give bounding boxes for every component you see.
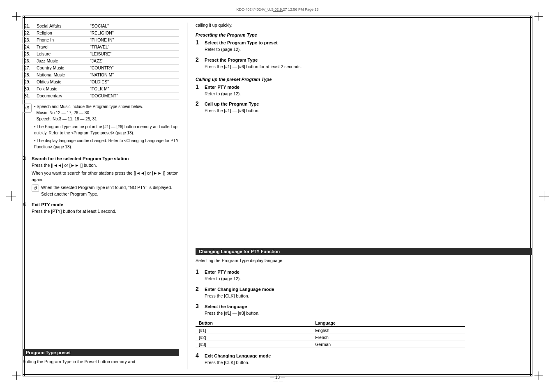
changing-language-intro: Selecting the Program Type display langu… [196, 258, 532, 264]
program-type-table: 21. Social Affairs "SOCIAL"22. Religion … [23, 23, 179, 99]
step-header: 2 Preset the Program Type [196, 56, 532, 63]
bottom-rule2 [23, 374, 532, 375]
table-row: 28. National Music "NATION M" [23, 71, 179, 78]
lang-name: English [312, 327, 465, 334]
calling-steps: 1 Enter PTY mode Refer to (page 12). 2 C… [196, 83, 532, 118]
row-code: "PHONE IN" [88, 37, 179, 44]
spacer-right [196, 118, 532, 248]
language-table: Button Language [#1] English[#2] French[… [196, 320, 465, 348]
step4-title: Exit Changing Language mode [205, 353, 271, 358]
program-type-preset-section: Program Type preset Putting the Program … [23, 349, 179, 369]
presetting-steps: 1 Select the Program Type to preset Refe… [196, 39, 532, 74]
step4-num: 4 [196, 352, 202, 359]
calling-title: Calling up the preset Program Type [196, 77, 532, 82]
reg-mark-tr [534, 12, 543, 21]
row-name: National Music [35, 71, 88, 78]
step3-title: Search for the selected Program Type sta… [32, 156, 129, 161]
step-body: Refer to (page 12). [205, 276, 532, 282]
row-num: 31. [23, 92, 35, 99]
changing-steps: 1 Enter PTY mode Refer to (page 12). 2 E… [196, 268, 532, 320]
step-title: Enter PTY mode [205, 85, 240, 90]
top-rule [23, 16, 532, 16]
step-title: Preset the Program Type [205, 58, 258, 62]
lang-button: [#3] [196, 341, 312, 348]
table-row: 21. Social Affairs "SOCIAL" [23, 23, 179, 30]
changing-step: 1 Enter PTY mode Refer to (page 12). [196, 268, 532, 282]
lang-header-button: Button [196, 320, 312, 327]
row-num: 25. [23, 51, 35, 58]
step-header: 2 Enter Changing Language mode [196, 286, 532, 292]
step-title: Enter Changing Language mode [205, 287, 274, 292]
step4-body: Press the [CLK] button. [205, 360, 532, 366]
step3-body: Press the [|◄◄] or [►► |] button. When y… [32, 162, 179, 198]
lang-row: [#3] German [196, 341, 465, 348]
step-title: Select the language [205, 304, 247, 309]
right-column: calling it up quickly. Presetting the Pr… [196, 23, 532, 369]
step3-note-text: When the selected Program Type isn't fou… [41, 184, 179, 198]
step3-header: 3 Search for the selected Program Type s… [23, 155, 179, 161]
step4-header: 4 Exit Changing Language mode [196, 352, 532, 359]
cross-right [539, 191, 549, 201]
spacer-left [23, 218, 179, 349]
table-row: 25. Leisure "LEISURE" [23, 51, 179, 58]
row-num: 24. [23, 44, 35, 51]
step-num: 1 [196, 39, 202, 46]
changing-step4: 4 Exit Changing Language mode Press the … [196, 352, 532, 366]
content-area: 21. Social Affairs "SOCIAL"22. Religion … [23, 23, 532, 369]
row-code: "JAZZ" [88, 58, 179, 65]
row-num: 30. [23, 85, 35, 92]
note-section: • Speech and Music include the Program t… [23, 104, 179, 150]
step-num: 2 [196, 286, 202, 292]
reg-mark-br [534, 371, 543, 380]
note-icon [23, 104, 32, 113]
row-code: "FOLK M" [88, 85, 179, 92]
presetting-title: Presetting the Program Type [196, 32, 532, 37]
lang-row: [#2] French [196, 334, 465, 341]
step3-note-icon [32, 184, 39, 192]
row-code: "NATION M" [88, 71, 179, 78]
lang-row: [#1] English [196, 327, 465, 334]
row-name: Social Affairs [35, 23, 88, 30]
note2: • The Program Type can be put in the [#1… [34, 124, 179, 136]
step-body: Press the [CLK] button. [205, 293, 532, 300]
step-body: Refer to (page 12). [205, 91, 532, 97]
table-row: 24. Travel "TRAVEL" [23, 44, 179, 51]
step-body: Refer to (page 12). [205, 46, 532, 53]
calling-step: 2 Call up the Program Type Press the [#1… [196, 100, 532, 114]
changing-step: 3 Select the language Press the [#1] — [… [196, 303, 532, 317]
note1: • Speech and Music include the Program t… [34, 104, 179, 122]
row-num: 29. [23, 78, 35, 85]
step-body: Press the [#1] — [#6] button for at leas… [205, 64, 532, 70]
row-code: "OLDIES" [88, 78, 179, 85]
step3-main: Press the [|◄◄] or [►► |] button. [32, 162, 179, 169]
top-rule2 [23, 17, 532, 18]
table-row: 23. Phone In "PHONE IN" [23, 37, 179, 44]
row-name: Leisure [35, 51, 88, 58]
step3-note-wrap: When the selected Program Type isn't fou… [32, 184, 179, 198]
cross-top [273, 6, 283, 16]
row-name: Travel [35, 44, 88, 51]
note-text: • Speech and Music include the Program t… [34, 104, 179, 150]
row-num: 23. [23, 37, 35, 44]
table-row: 27. Country Music "COUNTRY" [23, 65, 179, 71]
table-row: 26. Jazz Music "JAZZ" [23, 58, 179, 65]
table-row: 29. Oldies Music "OLDIES" [23, 78, 179, 85]
row-code: "COUNTRY" [88, 65, 179, 71]
calling-intro: calling it up quickly. [196, 23, 532, 28]
reg-mark-bl [12, 371, 21, 380]
step-title: Select the Program Type to preset [205, 40, 278, 45]
step3-detail: When you want to search for other statio… [32, 170, 179, 183]
table-row: 31. Documentary "DOCUMENT" [23, 92, 179, 99]
step3-num: 3 [23, 155, 29, 161]
step-num: 2 [196, 100, 202, 107]
row-code: "DOCUMENT" [88, 92, 179, 99]
row-num: 22. [23, 30, 35, 37]
step-title: Call up the Program Type [205, 101, 259, 106]
step-body: Press the [#1] — [#3] button. [205, 310, 532, 317]
lang-button: [#1] [196, 327, 312, 334]
step-title: Enter PTY mode [205, 270, 240, 274]
step-body: Press the [#1] — [#6] button. [205, 108, 532, 114]
lang-button: [#2] [196, 334, 312, 341]
cross-left [6, 191, 16, 201]
step-header: 1 Enter PTY mode [196, 268, 532, 275]
